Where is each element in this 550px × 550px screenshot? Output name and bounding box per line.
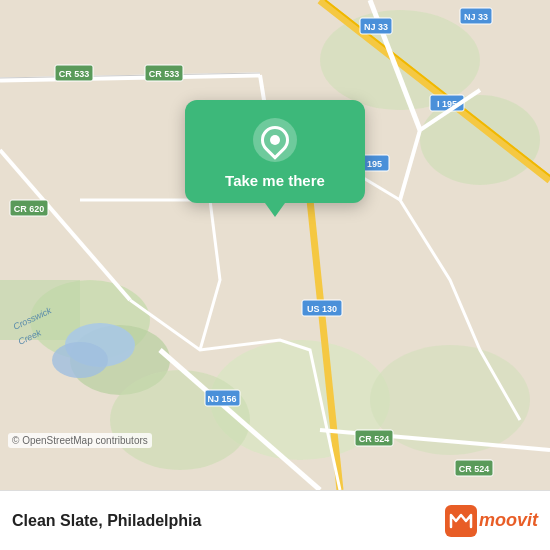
map-container: I 195 I 195 US 130 CR 533 CR 533 NJ 33 N…	[0, 0, 550, 490]
svg-text:NJ 33: NJ 33	[364, 22, 388, 32]
svg-text:CR 524: CR 524	[359, 434, 390, 444]
svg-text:CR 533: CR 533	[59, 69, 90, 79]
moovit-m-icon	[445, 505, 477, 537]
svg-text:CR 533: CR 533	[149, 69, 180, 79]
svg-text:US 130: US 130	[307, 304, 337, 314]
moovit-logo: moovit	[445, 505, 538, 537]
svg-text:NJ 33: NJ 33	[464, 12, 488, 22]
svg-point-10	[52, 342, 108, 378]
map-attribution: © OpenStreetMap contributors	[8, 433, 152, 448]
take-me-there-button[interactable]: Take me there	[225, 172, 325, 189]
moovit-brand-text: moovit	[479, 510, 538, 531]
bottom-bar: Clean Slate, Philadelphia moovit	[0, 490, 550, 550]
svg-text:CR 620: CR 620	[14, 204, 45, 214]
svg-point-8	[370, 345, 530, 455]
svg-text:CR 524: CR 524	[459, 464, 490, 474]
location-name: Clean Slate, Philadelphia	[12, 512, 445, 530]
svg-text:NJ 156: NJ 156	[207, 394, 236, 404]
navigation-popup[interactable]: Take me there	[185, 100, 365, 203]
location-icon-wrapper	[253, 118, 297, 162]
svg-point-7	[110, 370, 250, 470]
location-pin-icon	[255, 120, 295, 160]
